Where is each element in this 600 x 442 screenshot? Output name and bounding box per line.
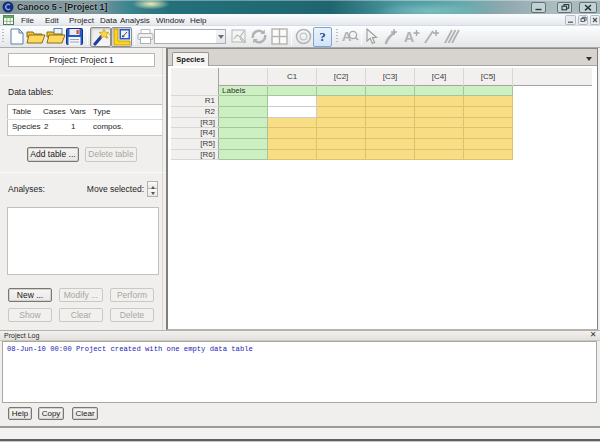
- svg-text:A: A: [342, 29, 352, 44]
- svg-text:A: A: [404, 29, 414, 45]
